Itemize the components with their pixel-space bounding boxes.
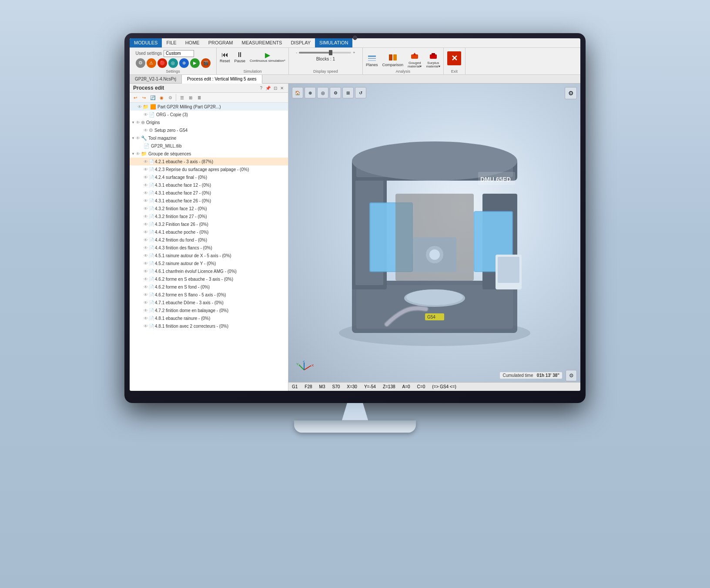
refresh-btn[interactable]: 🔄 <box>149 94 157 101</box>
tree-op-3[interactable]: 👁 📄 4.3.1 ebauche face 12 - (0%) <box>130 181 288 189</box>
eye-icon-op[interactable]: 👁 <box>144 238 148 242</box>
tree-item-tlib[interactable]: 📄 GP2R_MILL.tlib <box>130 142 288 150</box>
pause-btn[interactable]: ⏸ Pause <box>233 50 247 64</box>
menu-file[interactable]: FILE <box>162 38 181 47</box>
tree-op-4[interactable]: 👁 📄 4.3.1 ebauche face 27 - (0%) <box>130 189 288 197</box>
tab-project[interactable]: GP2R_V2-1-4.NcsPrj <box>130 75 182 83</box>
reset-btn[interactable]: ⏮ Reset <box>218 50 231 64</box>
tree-op-1[interactable]: 👁 📄 4.2.3 Reprise du surfacage apres pal… <box>130 165 288 173</box>
tree-item-origins[interactable]: ▼ 👁 ⊕ Origins <box>130 118 288 126</box>
undo-btn[interactable]: ↩ <box>131 94 139 101</box>
eye-icon-op[interactable]: 👁 <box>144 292 148 297</box>
surplus-material-btn[interactable]: Surplusmaterial▾ <box>425 50 441 70</box>
eye-icon-op[interactable]: 👁 <box>144 253 148 258</box>
media-btn[interactable]: 🎬 <box>201 58 211 68</box>
eye-icon-op[interactable]: 👁 <box>144 167 148 172</box>
view-btn-2[interactable]: ⊕ <box>305 87 316 98</box>
tree-item-setup-zero[interactable]: 👁 ⚙ Setup zero - G54 <box>130 126 288 134</box>
eye-icon-op[interactable]: 👁 <box>144 285 148 289</box>
view-options-btn[interactable]: ⚙ <box>566 370 577 381</box>
tab-process-edit[interactable]: Process edit : Vertical Milling 5 axes <box>182 75 262 84</box>
alarms-btn[interactable]: ⚠ <box>147 58 156 68</box>
tree-item-part[interactable]: 👁 📁 🟧 Part GP2R Milling (Part GP2R...) <box>130 103 288 111</box>
eye-icon-tool[interactable]: 👁 <box>136 136 140 141</box>
tree-op-16[interactable]: 👁 📄 4.6.2 forme en S fond - (0%) <box>130 283 288 291</box>
eye-icon-op[interactable]: 👁 <box>144 269 148 274</box>
panel-help-btn[interactable]: ? <box>259 86 263 91</box>
tree-op-17[interactable]: 👁 📄 4.6.2 forme en S flano - 5 axis - (0… <box>130 291 288 299</box>
settings-gear-btn[interactable]: ⚙ <box>136 58 145 68</box>
eye-icon-op[interactable]: 👁 <box>144 183 148 188</box>
eye-icon-op[interactable]: 👁 <box>144 300 148 305</box>
tree-op-12[interactable]: 👁 📄 4.5.1 rainure autour de X - 5 axis -… <box>130 252 288 259</box>
options-btn[interactable]: ⊕ <box>179 58 189 68</box>
panel-close-btn[interactable]: ✕ <box>279 86 285 91</box>
redo-btn[interactable]: ↪ <box>140 94 148 101</box>
tree-op-2[interactable]: 👁 📄 4.2.4 surfacage final - (0%) <box>130 173 288 181</box>
tree-op-11[interactable]: 👁 📄 4.4.3 finition des flancs - (0%) <box>130 244 288 252</box>
eye-icon-origins[interactable]: 👁 <box>136 120 140 125</box>
tree-op-6[interactable]: 👁 📄 4.3.2 finition face 12 - (0%) <box>130 205 288 212</box>
tree-op-7[interactable]: 👁 📄 4.3.2 finition face 27 - (0%) <box>130 212 288 220</box>
settings2-btn[interactable]: ⚙ <box>166 94 174 101</box>
used-settings-input[interactable] <box>164 50 194 57</box>
tree-item-groupe[interactable]: ▼ 👁 📁 Groupe de séquences <box>130 150 288 158</box>
view-btn-3[interactable]: ◎ <box>317 87 328 98</box>
tree-op-13[interactable]: 👁 📄 4.5.2 rainure autour de Y - (0%) <box>130 259 288 267</box>
eye-icon-op[interactable]: 👁 <box>144 222 148 227</box>
tree-item-org[interactable]: 👁 📄 ORG - Copie (3) <box>130 111 288 118</box>
comparison-btn[interactable]: Comparison <box>381 52 405 67</box>
grid-view-btn[interactable]: ⊞ <box>187 94 194 101</box>
panel-float-btn[interactable]: ⊡ <box>273 86 278 91</box>
eye-icon-op[interactable]: 👁 <box>144 277 148 282</box>
view-btn-6[interactable]: ↺ <box>355 87 366 98</box>
detail-view-btn[interactable]: ≣ <box>195 94 203 101</box>
menu-home[interactable]: HOME <box>181 38 204 47</box>
menu-program[interactable]: PROGRAM <box>204 38 238 47</box>
tree-op-8[interactable]: 👁 📄 4.3.2 Finition face 26 - (0%) <box>130 220 288 228</box>
eye-icon-op[interactable]: 👁 <box>144 191 148 195</box>
tree-op-20[interactable]: 👁 📄 4.8.1 ebauche rainure - (0%) <box>130 314 288 322</box>
menu-simulation[interactable]: SIMULATION <box>315 38 352 47</box>
tree-op-9[interactable]: 👁 📄 4.4.1 ebauche poche - (0%) <box>130 228 288 236</box>
3d-view[interactable]: DMU 65FD G54 🏠 ⊕ ◎ <box>288 84 580 390</box>
close-btn[interactable]: ✕ <box>447 51 461 65</box>
eye-icon-op[interactable]: 👁 <box>144 261 148 266</box>
eye-icon-groupe[interactable]: 👁 <box>136 151 140 156</box>
tree-op-5[interactable]: 👁 📄 4.3.1 ebauche face 26 - (0%) <box>130 197 288 205</box>
eye-icon-op[interactable]: 👁 <box>144 214 148 219</box>
eye-icon-op[interactable]: 👁 <box>144 316 148 321</box>
view-btn-5[interactable]: ⊞ <box>342 87 354 98</box>
eye-icon-op[interactable]: 👁 <box>144 198 148 203</box>
tree-op-14[interactable]: 👁 📄 4.6.1 chanfrein évoluf Licence AMG -… <box>130 267 288 275</box>
tree-op-19[interactable]: 👁 📄 4.7.2 finition dome en balayage - (0… <box>130 306 288 314</box>
menu-measurements[interactable]: MEASUREMENTS <box>237 38 286 47</box>
eye-icon-op[interactable]: 👁 <box>144 324 148 329</box>
tree-op-10[interactable]: 👁 📄 4.4.2 finition du fond - (0%) <box>130 236 288 244</box>
view-btn-4[interactable]: ⚙ <box>330 87 341 98</box>
eye-icon-setup[interactable]: 👁 <box>144 128 148 133</box>
eye-icon-op[interactable]: 👁 <box>144 159 148 164</box>
eye-icon-org[interactable]: 👁 <box>144 112 148 117</box>
eye-icon-op[interactable]: 👁 <box>144 245 148 250</box>
breaks-btn[interactable]: ▶ <box>190 58 200 68</box>
tree-op-15[interactable]: 👁 📄 4.6.2 forme en S ebauche - 3 axis - … <box>130 275 288 283</box>
tree-op-21[interactable]: 👁 📄 4.8.1 finition avec 2 correcteurs - … <box>130 322 288 330</box>
gouged-material-btn[interactable]: Gougedmaterial▾ <box>406 50 423 70</box>
eye-icon[interactable]: 👁 <box>137 104 142 109</box>
continuous-sim-btn[interactable]: ▶ Continuous simulation* <box>248 50 287 64</box>
collisions-btn[interactable]: 🔴 <box>157 58 167 68</box>
eye-icon-op[interactable]: 👁 <box>144 206 148 211</box>
tree-item-tool-magazine[interactable]: ▼ 👁 🔧 Tool magazine <box>130 134 288 142</box>
view-btn-1[interactable]: 🏠 <box>292 87 303 98</box>
view-settings-btn[interactable]: ⚙ <box>565 87 577 99</box>
add-btn[interactable]: ◉ <box>157 94 165 101</box>
panel-pin-btn[interactable]: 📌 <box>265 86 271 91</box>
menu-modules[interactable]: MODULES <box>130 38 162 47</box>
tolerances-btn[interactable]: ◎ <box>168 58 178 68</box>
tree-op-18[interactable]: 👁 📄 4.7.1 ebauche Dôme - 3 axis - (0%) <box>130 299 288 306</box>
eye-icon-op[interactable]: 👁 <box>144 308 148 313</box>
eye-icon-op[interactable]: 👁 <box>144 230 148 235</box>
eye-icon-op[interactable]: 👁 <box>144 175 148 180</box>
tree-op-0[interactable]: 👁 📄 4.2.1 ebauche - 3 axis - (87%) <box>130 158 288 165</box>
